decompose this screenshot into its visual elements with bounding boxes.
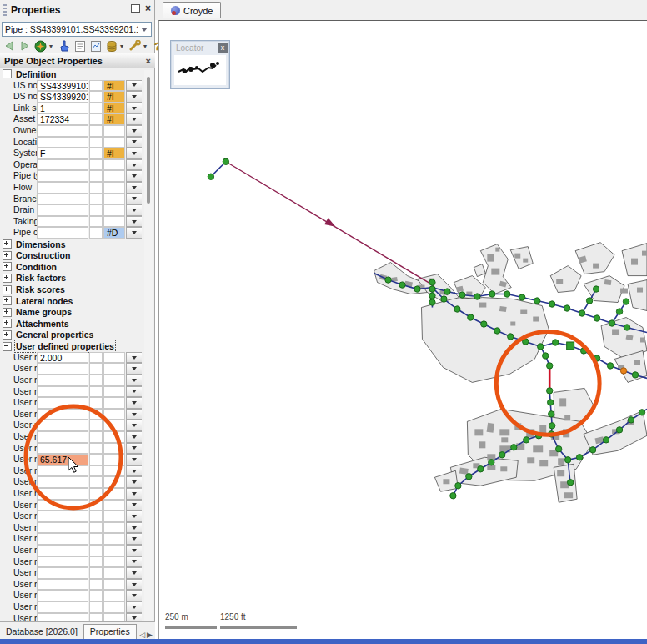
property-value-cell[interactable] [37,204,88,216]
section-header-lateral-nodes[interactable]: Lateral nodes [0,295,142,307]
property-value-cell[interactable] [37,125,88,137]
property-flag2-cell[interactable] [103,420,125,431]
property-flag2-cell[interactable] [103,137,125,148]
property-value-cell[interactable]: 1 [37,103,88,114]
locator-close-icon[interactable]: x [218,43,228,53]
property-flag2-cell[interactable] [103,511,125,522]
property-value-cell[interactable] [37,590,88,601]
property-dropdown-button[interactable] [126,148,142,159]
property-value-cell[interactable] [37,511,88,522]
locator-window[interactable]: Locator x [170,40,230,89]
property-flag1-cell[interactable] [89,103,103,114]
geoplan-tab-croyde[interactable]: Croyde [163,2,221,18]
property-flag1-cell[interactable] [89,363,103,375]
property-flag1-cell[interactable] [89,204,103,216]
property-flag1-cell[interactable] [89,352,103,364]
float-window-icon[interactable] [131,4,140,13]
property-value-cell[interactable] [37,227,88,239]
property-value-cell[interactable] [37,170,88,182]
property-dropdown-button[interactable] [126,159,142,171]
property-flag1-cell[interactable] [89,511,103,522]
property-flag2-cell[interactable] [103,194,125,205]
property-flag1-cell[interactable] [89,113,103,125]
expand-icon[interactable] [3,319,12,328]
property-flag2-cell[interactable] [103,476,125,488]
panel-titlebar[interactable]: Properties × [0,0,154,20]
property-flag2-cell[interactable]: #I [103,148,125,159]
property-dropdown-button[interactable] [126,363,142,375]
network-map[interactable] [159,21,647,639]
section-header-general-properties[interactable]: General properties [0,330,142,341]
property-flag1-cell[interactable] [89,590,103,601]
property-dropdown-button[interactable] [126,375,142,386]
property-dropdown-button[interactable] [126,488,142,500]
property-value-cell[interactable]: 65.617 [37,454,88,465]
property-flag2-cell[interactable] [103,170,125,182]
tools-dropdown-icon[interactable]: ▾ [143,43,149,50]
notes-button[interactable] [73,39,87,53]
property-flag1-cell[interactable] [89,182,103,194]
property-dropdown-button[interactable] [126,194,142,205]
expand-icon[interactable] [3,330,12,340]
locate-dropdown-icon[interactable]: ▾ [49,43,55,50]
property-flag2-cell[interactable]: #D [103,227,125,239]
property-flag2-cell[interactable] [103,590,125,601]
property-dropdown-button[interactable] [126,216,142,228]
property-dropdown-button[interactable] [126,454,142,465]
property-dropdown-button[interactable] [126,443,142,455]
property-flag2-cell[interactable] [103,545,125,556]
graph-button[interactable] [88,39,103,53]
property-flag1-cell[interactable] [89,522,103,534]
property-flag1-cell[interactable] [89,125,103,137]
property-flag1-cell[interactable] [89,91,103,103]
property-dropdown-button[interactable] [126,352,142,364]
property-value-cell[interactable] [37,397,88,409]
property-flag1-cell[interactable] [89,420,103,431]
property-flag1-cell[interactable] [89,545,103,556]
property-dropdown-button[interactable] [126,511,142,522]
property-flag2-cell[interactable]: #I [103,91,125,103]
property-dropdown-button[interactable] [126,103,142,114]
property-dropdown-button[interactable] [126,182,142,194]
locator-thumbnail[interactable] [174,55,226,85]
tab-scroll-right-icon[interactable]: ▶ [147,631,153,639]
collapse-icon[interactable] [3,69,12,78]
property-flag2-cell[interactable] [103,601,125,613]
property-value-cell[interactable]: SS43399201 [37,91,88,103]
tools-button[interactable] [128,39,142,53]
property-value-cell[interactable] [37,409,88,420]
property-flag2-cell[interactable] [103,500,125,511]
property-dropdown-button[interactable] [126,80,142,92]
property-flag2-cell[interactable] [103,443,125,455]
tab-properties[interactable]: Properties [83,624,137,639]
section-header-risk-factors[interactable]: Risk factors [0,273,142,284]
property-value-cell[interactable] [37,363,88,375]
expand-icon[interactable] [3,262,12,271]
property-flag1-cell[interactable] [89,488,103,500]
property-flag1-cell[interactable] [89,159,103,171]
section-header-dimensions[interactable]: Dimensions [0,239,142,250]
property-flag1-cell[interactable] [89,170,103,182]
previous-object-button[interactable] [2,39,16,53]
property-flag2-cell[interactable] [103,216,125,228]
property-flag2-cell[interactable] [103,556,125,568]
database-button[interactable] [104,39,118,53]
property-flag1-cell[interactable] [89,375,103,386]
property-flag2-cell[interactable] [103,579,125,591]
next-object-button[interactable] [18,39,32,53]
property-flag1-cell[interactable] [89,454,103,465]
geoplan-view[interactable]: Locator x 250 m 1250 ft [158,20,647,639]
property-dropdown-button[interactable] [126,170,142,182]
property-flag1-cell[interactable] [89,137,103,148]
property-dropdown-button[interactable] [126,465,142,477]
property-value-cell[interactable] [37,545,88,556]
close-panel-icon[interactable]: × [145,4,151,13]
property-value-cell[interactable] [37,579,88,591]
property-dropdown-button[interactable] [126,500,142,511]
property-flag1-cell[interactable] [89,567,103,579]
property-dropdown-button[interactable] [126,386,142,398]
property-dropdown-button[interactable] [126,227,142,239]
property-value-cell[interactable] [37,567,88,579]
property-flag2-cell[interactable] [103,375,125,386]
property-value-cell[interactable] [37,556,88,568]
